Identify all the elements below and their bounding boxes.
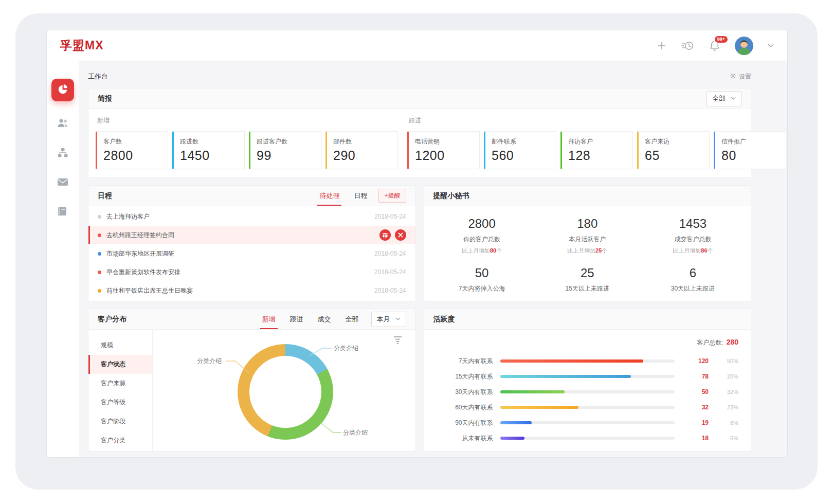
users-icon bbox=[56, 117, 69, 131]
status-dot bbox=[98, 233, 101, 237]
org-structure-icon bbox=[57, 147, 69, 161]
donut-segment-label: 分类介绍 bbox=[343, 428, 368, 437]
distribution-menu-item[interactable]: 客户阶段 bbox=[88, 412, 152, 431]
schedule-item[interactable]: 前往和平饭店出席王总生日晚宴 2018-05-24 bbox=[88, 281, 415, 300]
avatar[interactable] bbox=[735, 37, 753, 55]
distribution-menu-item[interactable]: 客户状态 bbox=[88, 355, 152, 374]
card-label: 信件推广 bbox=[721, 137, 782, 146]
bar-fill bbox=[500, 406, 579, 409]
schedule-item-text: 去上海拜访客户 bbox=[106, 212, 150, 221]
briefing-groups: 新增 客户数 2800 跟进数 1450 跟进客户数 99 邮件数 290 跟进… bbox=[96, 115, 744, 169]
distribution-menu-item[interactable]: 规模 bbox=[88, 336, 152, 355]
settings-button[interactable]: 设置 bbox=[730, 73, 751, 81]
filter-funnel-icon[interactable] bbox=[393, 336, 402, 346]
stat-label: 30天以上未跟进 bbox=[640, 284, 746, 293]
sidebar-item-notebook[interactable] bbox=[57, 205, 69, 220]
donut-segment-label: 分类介绍 bbox=[334, 344, 358, 353]
tab-0[interactable]: 待处理 bbox=[312, 186, 347, 206]
app-logo: 孚盟MX bbox=[60, 38, 104, 53]
chevron-down-icon bbox=[731, 97, 736, 100]
tab-1[interactable]: 日程 bbox=[347, 186, 374, 206]
bar-percent: 50% bbox=[709, 358, 738, 364]
card-value: 290 bbox=[333, 148, 393, 163]
tab-3[interactable]: 全部 bbox=[338, 309, 366, 329]
schedule-item-date: 2018-05-24 bbox=[374, 250, 406, 257]
notebook-icon bbox=[57, 205, 69, 220]
distribution-period-value: 本月 bbox=[377, 315, 390, 324]
briefing-filter-value: 全部 bbox=[712, 94, 726, 103]
tab-2[interactable]: 成交 bbox=[311, 309, 338, 329]
settings-label: 设置 bbox=[739, 73, 751, 81]
briefing-panel: 简报 全部 新增 客户数 2800 跟进数 1450 跟进客户数 99 邮件数 bbox=[88, 88, 751, 178]
bar-track bbox=[500, 359, 675, 363]
sidebar-item-customers[interactable] bbox=[56, 117, 69, 131]
close-icon[interactable] bbox=[395, 229, 406, 241]
sidebar-item-organization[interactable] bbox=[57, 147, 69, 161]
tab-0[interactable]: 新增 bbox=[255, 309, 283, 329]
briefing-group-label: 新增 bbox=[97, 116, 398, 125]
activity-bar-row: 30天内有联系 50 32% bbox=[437, 384, 739, 400]
chevron-down-icon[interactable] bbox=[768, 44, 774, 48]
stat-label: 7天内将掉入公海 bbox=[429, 284, 535, 293]
bar-percent: 6% bbox=[709, 435, 738, 441]
card-accent-bar bbox=[96, 132, 97, 169]
bar-label: 60天内有联系 bbox=[437, 403, 493, 412]
distribution-menu-item[interactable]: 客户分类 bbox=[88, 431, 152, 450]
reminder-stats: 2800 你的客户总数 比上月增加80个 180 本月活跃客户 比上月增加25个… bbox=[424, 206, 751, 297]
schedule-item[interactable]: 早会重新策划软件发布安排 2018-05-24 bbox=[88, 263, 415, 281]
stat-value: 180 bbox=[535, 217, 640, 231]
schedule-item-text: 早会重新策划软件发布安排 bbox=[106, 268, 180, 277]
schedule-item[interactable]: 市场部华东地区开展调研 2018-05-24 bbox=[88, 244, 415, 263]
bar-fill bbox=[500, 421, 532, 424]
stat-note: 比上月增加25个 bbox=[535, 247, 640, 255]
schedule-list: 去上海拜访客户 2018-05-24 去杭州跟王经理签约合同 市场部华东地区开展… bbox=[88, 206, 415, 301]
stat-label: 本月活跃客户 bbox=[535, 235, 640, 244]
card-accent-bar bbox=[560, 132, 562, 169]
card-label: 客户来访 bbox=[645, 137, 705, 146]
briefing-header: 简报 全部 bbox=[88, 88, 751, 109]
card-value: 99 bbox=[257, 148, 317, 163]
card-label: 电话营销 bbox=[415, 137, 475, 146]
card-value: 1200 bbox=[415, 148, 475, 163]
schedule-item-date: 2018-05-24 bbox=[374, 213, 406, 220]
calendar-icon[interactable] bbox=[379, 229, 391, 241]
activity-total: 客户总数: 280 bbox=[437, 338, 739, 347]
schedule-item[interactable]: 去上海拜访客户 2018-05-24 bbox=[88, 207, 415, 226]
bell-icon[interactable]: 99+ bbox=[709, 40, 720, 52]
tab-1[interactable]: 跟进 bbox=[283, 309, 311, 329]
card-accent-bar bbox=[407, 132, 409, 169]
notification-badge: 99+ bbox=[714, 35, 729, 44]
bar-track bbox=[500, 375, 675, 378]
activity-bar-row: 15天内有联系 78 20% bbox=[437, 369, 739, 384]
briefing-filter-dropdown[interactable]: 全部 bbox=[707, 91, 741, 106]
activity-bar-row: 从未有联系 18 6% bbox=[437, 430, 739, 446]
distribution-tabs: 新增跟进成交全部 bbox=[255, 309, 366, 329]
reminder-stat: 6 30天以上未跟进 bbox=[640, 266, 746, 293]
distribution-menu-item[interactable]: 客户等级 bbox=[88, 393, 152, 412]
activity-total-label: 客户总数: bbox=[697, 338, 723, 347]
card-label: 跟进客户数 bbox=[257, 137, 317, 146]
bar-fill bbox=[500, 375, 631, 378]
briefing-body: 新增 客户数 2800 跟进数 1450 跟进客户数 99 邮件数 290 跟进… bbox=[88, 109, 751, 177]
distribution-period-dropdown[interactable]: 本月 bbox=[371, 312, 406, 327]
history-icon[interactable] bbox=[681, 40, 695, 52]
plus-icon[interactable] bbox=[657, 41, 667, 51]
page-title: 工作台 bbox=[88, 72, 108, 81]
status-dot bbox=[98, 252, 101, 256]
briefing-group-label: 跟进 bbox=[409, 116, 787, 125]
briefing-card: 跟进客户数 99 bbox=[249, 131, 321, 169]
sidebar-item-dashboard[interactable] bbox=[51, 79, 74, 101]
side-nav bbox=[47, 61, 79, 457]
donut-chart: 分类介绍分类介绍分类介绍 bbox=[153, 330, 415, 451]
distribution-menu-item[interactable]: 客户来源 bbox=[88, 374, 152, 393]
schedule-tabs: 待处理日程 bbox=[312, 186, 374, 206]
sidebar-item-mail[interactable] bbox=[56, 176, 69, 190]
distribution-menu: 规模客户状态客户来源客户等级客户阶段客户分类 bbox=[88, 330, 153, 451]
header-actions: 99+ bbox=[657, 37, 774, 55]
card-label: 邮件联系 bbox=[492, 137, 552, 146]
reminder-stat: 1453 成交客户总数 比上月增加86个 bbox=[640, 217, 746, 255]
schedule-item[interactable]: 去杭州跟王经理签约合同 bbox=[88, 226, 415, 244]
distribution-header: 客户分布 新增跟进成交全部 本月 bbox=[88, 309, 415, 330]
bar-label: 30天内有联系 bbox=[437, 388, 493, 397]
add-reminder-button[interactable]: +提醒 bbox=[378, 189, 406, 203]
